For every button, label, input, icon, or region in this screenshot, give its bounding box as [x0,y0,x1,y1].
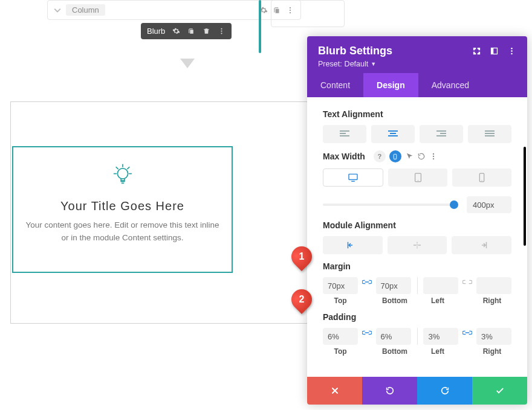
margin-left-input[interactable] [423,277,458,294]
link-vertical-icon[interactable] [362,277,372,287]
padding-left-input[interactable] [423,328,458,345]
caret-down-icon: ▼ [371,61,376,67]
padding-labels: Top Bottom Left Right [323,347,511,356]
label-text-alignment: Text Alignment [323,109,511,119]
svg-point-5 [221,33,222,34]
svg-point-10 [511,50,513,52]
more-icon[interactable] [507,46,516,56]
text-alignment-group [323,125,511,143]
margin-labels: Top Bottom Left Right [323,296,511,305]
redo-button[interactable] [417,377,472,405]
svg-point-4 [221,30,222,31]
padding-bottom-input[interactable] [376,328,411,345]
panel-footer [307,377,527,405]
svg-point-16 [433,158,434,159]
blurb-module-label: Blurb [147,27,165,36]
tab-design[interactable]: Design [363,73,418,97]
module-align-center-button[interactable] [388,236,447,254]
margin-bottom-input[interactable] [376,277,411,294]
svg-point-15 [433,156,434,157]
reset-icon[interactable] [417,152,426,161]
preset-selector[interactable]: Preset: Default ▼ [318,60,516,68]
snap-icon[interactable] [472,46,481,56]
device-phone-button[interactable] [452,168,511,187]
align-right-button[interactable] [420,125,463,143]
margin-inputs [323,277,511,294]
gear-icon[interactable] [172,27,180,35]
empty-column[interactable] [271,0,345,27]
chevron-down-icon [180,59,195,68]
svg-point-19 [417,180,418,181]
svg-point-6 [117,168,128,179]
blurb-module-chip[interactable]: Blurb [141,23,232,39]
tab-advanced[interactable]: Advanced [418,73,485,97]
align-left-button[interactable] [323,125,366,143]
label-margin: Margin [323,261,511,271]
padding-top-input[interactable] [323,328,358,345]
collapse-icon[interactable] [54,7,61,14]
module-alignment-group [323,236,511,254]
tab-content[interactable]: Content [307,73,363,97]
svg-point-13 [395,158,395,158]
slider-thumb[interactable] [450,200,458,209]
svg-point-3 [221,28,222,30]
row-accent-bar [259,0,261,53]
padding-right-input[interactable] [476,328,511,345]
preset-value: Default [345,60,369,68]
device-preview-group [323,168,511,187]
settings-panel: Blurb Settings Preset: Default ▼ Content… [307,36,527,405]
undo-button[interactable] [362,377,417,405]
link-horizontal-icon[interactable] [462,277,473,287]
label-module-alignment: Module Alignment [323,220,511,230]
panel-title: Blurb Settings [318,45,464,57]
preset-label: Preset: [318,60,342,68]
align-center-button[interactable] [371,125,415,143]
lightbulb-icon [109,161,137,188]
svg-point-9 [511,48,513,50]
svg-rect-8 [491,48,494,54]
align-justify-button[interactable] [468,125,511,143]
callout-2: 2 [291,289,312,310]
hover-icon[interactable] [405,152,414,161]
column-toolbar: Column [47,0,301,20]
preview-title[interactable]: Your Title Goes Here [23,199,222,213]
margin-top-input[interactable] [323,277,358,294]
link-horizontal-icon[interactable] [462,328,473,338]
help-icon[interactable]: ? [374,150,386,162]
layout-icon[interactable] [490,46,499,56]
blurb-preview[interactable]: Your Title Goes Here Your content goes h… [12,146,233,273]
padding-inputs [323,328,511,345]
preview-body[interactable]: Your content goes here. Edit or remove t… [23,219,222,245]
svg-rect-17 [349,174,357,179]
device-tablet-button[interactable] [388,168,447,187]
max-width-input[interactable] [467,196,511,213]
more-icon[interactable] [429,152,438,161]
module-align-left-button[interactable] [323,236,383,254]
column-label[interactable]: Column [66,4,105,16]
svg-point-14 [433,153,434,155]
margin-right-input[interactable] [476,277,511,294]
duplicate-icon[interactable] [187,27,195,35]
label-padding: Padding [323,312,511,322]
panel-tabs: Content Design Advanced [307,73,527,97]
more-icon[interactable] [218,27,225,35]
save-button[interactable] [472,377,527,405]
trash-icon[interactable] [203,27,210,35]
max-width-slider[interactable] [323,203,458,206]
responsive-icon[interactable] [389,150,401,162]
module-align-right-button[interactable] [452,236,511,254]
svg-point-11 [511,53,513,55]
callout-1: 1 [291,246,312,267]
link-vertical-icon[interactable] [362,328,372,338]
label-max-width: Max Width ? [323,150,511,162]
panel-header: Blurb Settings Preset: Default ▼ [307,36,527,73]
device-desktop-button[interactable] [323,168,383,187]
svg-point-21 [481,180,482,181]
cancel-button[interactable] [307,377,362,405]
